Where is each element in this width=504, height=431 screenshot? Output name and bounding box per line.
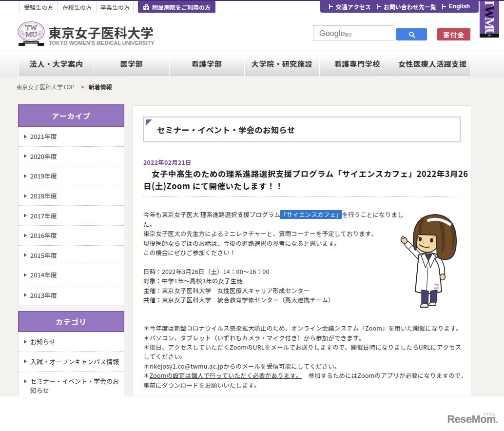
svg-text:MU: MU bbox=[434, 287, 439, 290]
svg-text:MU: MU bbox=[25, 31, 38, 39]
